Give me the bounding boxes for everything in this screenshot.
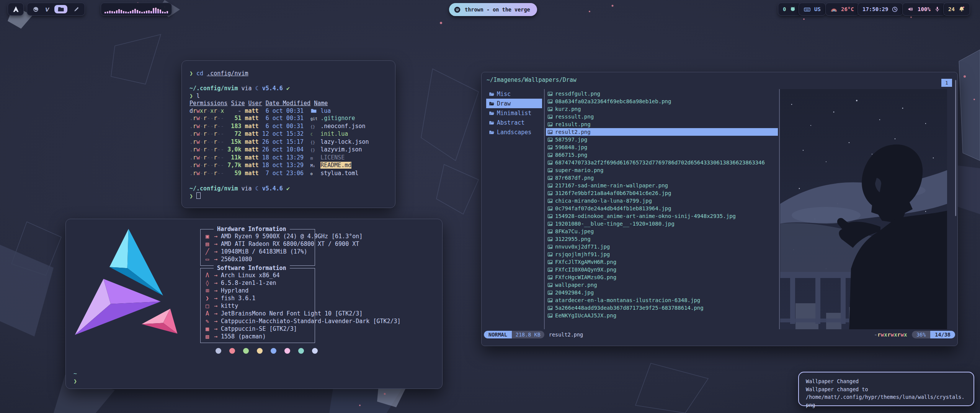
- file-row[interactable]: resssult.png: [546, 113, 778, 120]
- file-row[interactable]: 08a634fa02a32364f69ebc86a98eb1eb.png: [546, 98, 778, 105]
- file-row[interactable]: 0c794faf07de24a4db4d4fb1eb813964.jpg: [546, 205, 778, 212]
- file-row[interactable]: super-mario.png: [546, 166, 778, 174]
- file-user: matt: [245, 115, 259, 122]
- weather-module[interactable]: 26°C: [825, 3, 859, 16]
- folder-sidebar: MiscDrawMinimalistAbstractLandscapes: [486, 89, 542, 137]
- perm-char: x: [904, 332, 907, 338]
- file-row[interactable]: nnvuv0xj2df71.jpg: [546, 243, 778, 250]
- file-row[interactable]: atardecer-en-la-montanas-ilustracion-634…: [546, 296, 778, 304]
- notification-toast[interactable]: Wallpaper Changed Wallpaper changed to /…: [798, 372, 974, 406]
- file-row[interactable]: FXfcJlTXgAMvH6R.png: [546, 258, 778, 266]
- audio-module[interactable]: 100%: [902, 3, 946, 16]
- launcher-button[interactable]: [8, 3, 24, 16]
- perm-char: -: [217, 115, 220, 122]
- perm-char: r: [193, 162, 196, 169]
- file-row[interactable]: re1sult.png: [546, 120, 778, 128]
- fetch-prompt[interactable]: ~ ❯: [74, 370, 77, 385]
- clock-module[interactable]: 17:50:29: [858, 3, 903, 16]
- display-icon: ▭: [206, 255, 214, 263]
- perm-char: r: [214, 123, 217, 130]
- perm-char: -: [210, 146, 214, 153]
- file-row[interactable]: 87r687df.png: [546, 174, 778, 182]
- scrollbar-thumb[interactable]: [955, 80, 956, 216]
- file-row[interactable]: 68747470733a2f2f696d616765732d7769786d70…: [546, 159, 778, 166]
- sidebar-folder-abstract[interactable]: Abstract: [486, 118, 542, 127]
- file-user: matt: [245, 170, 259, 177]
- fetch-value: Arch Linux x86_64: [221, 272, 280, 279]
- file-name: 8FKa7Cu.jpeg: [555, 228, 594, 234]
- terminal-icon: □: [206, 302, 214, 310]
- sidebar-folder-misc[interactable]: Misc: [486, 89, 542, 99]
- sidebar-folder-landscapes[interactable]: Landscapes: [486, 127, 542, 137]
- file-row[interactable]: ressdfgult.png: [546, 90, 778, 98]
- file-user: matt: [245, 138, 259, 145]
- visualizer-bar: [116, 10, 118, 13]
- file-row[interactable]: 8FKa7Cu.jpeg: [546, 228, 778, 235]
- clock-time: 17:50:29: [862, 6, 888, 12]
- file-row[interactable]: EeNKYgIUcAAJ5JX.png: [546, 312, 778, 319]
- file-row[interactable]: 866715.png: [546, 151, 778, 159]
- terminal-window: ❯ cd .config/nvim ~/.config/nvim via ☾ v…: [181, 60, 395, 208]
- visualizer-module[interactable]: [101, 3, 172, 16]
- perm-char: r: [214, 170, 217, 177]
- media-player-pill[interactable]: thrown - on the verge: [449, 3, 537, 16]
- perm-char: r: [887, 332, 891, 338]
- file-row[interactable]: wallpaper.png: [546, 281, 778, 289]
- perm-char: w: [196, 138, 200, 145]
- file-row[interactable]: FXfcHgcWIAMzs0G.png: [546, 273, 778, 281]
- memory-icon: ╱: [206, 248, 214, 255]
- keyboard-layout-module[interactable]: US: [799, 3, 826, 16]
- workspace-brush[interactable]: [72, 5, 80, 13]
- perm-char: r: [214, 154, 217, 161]
- file-row[interactable]: rsjqojlmjhf91.jpg: [546, 250, 778, 258]
- folder-open-icon: [489, 101, 495, 106]
- perm-char: r: [203, 130, 207, 137]
- perm-char: x: [884, 332, 887, 338]
- file-row[interactable]: result2.png: [546, 128, 778, 136]
- fetch-row-kernel: ◊→6.5.8-zen1-1-zen: [206, 279, 315, 287]
- file-row[interactable]: 217167-sad-anime-rain-wallpaper.png: [546, 182, 778, 189]
- file-row[interactable]: 3126f7e9bbf21a8a4af0b67b041c6e26.jpg: [546, 189, 778, 197]
- image-icon: [547, 267, 553, 272]
- terminal-prompt-line[interactable]: ❯: [189, 192, 395, 200]
- perm-char: r: [214, 146, 217, 153]
- updates-module[interactable]: 0: [778, 3, 801, 16]
- moon-icon: ☾: [310, 131, 317, 138]
- fetch-value: 10948MiB / 64183MiB (17%): [221, 248, 307, 255]
- visualizer-bar: [155, 8, 157, 13]
- file-row[interactable]: kurz.png: [546, 105, 778, 113]
- file-row[interactable]: 19201080-__blue-tinge__-1920×1080.jpg: [546, 220, 778, 228]
- notification-title: Wallpaper Changed: [806, 377, 967, 385]
- file-row[interactable]: FXfcII0X0AQyn9X.png: [546, 266, 778, 273]
- hardware-rows: ▣→AMD Ryzen 9 5900X (24) @ 4.9GHz [61.3°…: [206, 233, 315, 263]
- file-row[interactable]: 596848.jpg: [546, 143, 778, 151]
- sidebar-folder-draw[interactable]: Draw: [486, 99, 542, 108]
- hardware-title: Hardware Information: [214, 226, 290, 233]
- workspace-vim[interactable]: V: [44, 5, 50, 13]
- file-row[interactable]: chica-mirando-la-luna-8799.jpg: [546, 197, 778, 205]
- perm-char: r: [193, 138, 196, 145]
- image-icon: [547, 313, 553, 318]
- file-row[interactable]: 154928-odinokoe_anime-art-anime-okno-sin…: [546, 212, 778, 220]
- perm-char: x: [894, 332, 897, 338]
- workspace-files[interactable]: [54, 5, 67, 13]
- folder-open-icon: [489, 110, 495, 116]
- file-row[interactable]: 587597.jpg: [546, 136, 778, 143]
- visualizer-bar: [144, 11, 145, 13]
- visualizer-bar: [150, 11, 152, 13]
- tab-badge[interactable]: 1: [941, 79, 952, 87]
- file-manager-window: ~/Imagenes/Wallpapers/Draw 1 MiscDrawMin…: [481, 72, 958, 346]
- notifications-module[interactable]: 24: [943, 3, 970, 16]
- workspace-firefox[interactable]: [32, 5, 40, 13]
- file-row[interactable]: 5a266e448add93deab367d87173e9f25-6837886…: [546, 304, 778, 312]
- file-row[interactable]: 20492984.jpg: [546, 289, 778, 296]
- file-name: 20492984.jpg: [555, 289, 594, 296]
- visualizer-bar: [118, 9, 120, 13]
- image-icon: [547, 282, 553, 288]
- clock-icon: [892, 6, 898, 13]
- sidebar-folder-minimalist[interactable]: Minimalist: [486, 108, 542, 118]
- folder-open-icon: [489, 120, 495, 125]
- file-name: rsjqojlmjhf91.jpg: [555, 251, 610, 257]
- file-row[interactable]: 3122955.png: [546, 235, 778, 243]
- listing-row: .rw-r--r-- 11k matt 18 oct 13:29 ▤ LICEN…: [189, 154, 395, 162]
